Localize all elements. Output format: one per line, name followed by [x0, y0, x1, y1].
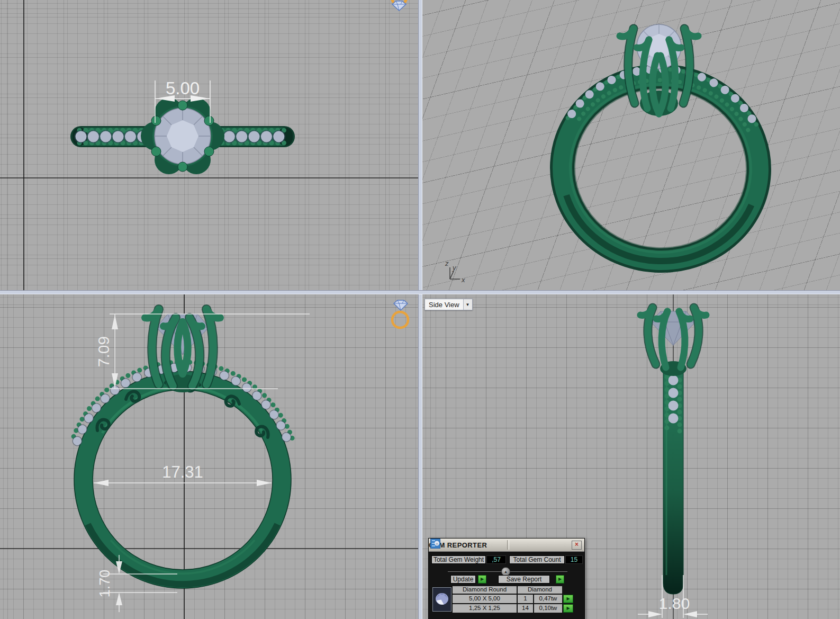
- total-count-label: Total Gem Count: [509, 555, 565, 564]
- ring-top-view-drawing: 5.00: [0, 0, 418, 290]
- viewport-side-view[interactable]: 1.80 Side View ▼ GEM REPORTER × Total Ge…: [422, 294, 840, 619]
- axis-x-label: x: [461, 276, 465, 284]
- center-gem-top: [155, 108, 211, 164]
- cad-jewelry-workspace: 5.00: [0, 0, 840, 619]
- dimension-1-70-label: 1.70: [97, 570, 113, 598]
- viewport-title-label: Side View: [425, 301, 463, 309]
- dimension-7-09-label: 7.09: [95, 336, 112, 367]
- row-weight: 0,47tw: [534, 595, 562, 603]
- dimension-17-31: 17.31: [94, 463, 272, 486]
- axis-y-label: y: [452, 264, 457, 272]
- gem-thumbnail: [432, 587, 451, 612]
- row-size: 1,25 X 1,25: [453, 604, 517, 613]
- update-button[interactable]: Update: [450, 575, 476, 584]
- total-weight-label: Total Gem Weight: [431, 555, 486, 564]
- row-size: 5,00 X 5,00: [453, 595, 517, 603]
- column-header-gem: Diamond: [518, 586, 562, 594]
- viewport-divider-horizontal[interactable]: [0, 290, 840, 294]
- crown-side: [640, 308, 706, 376]
- row-count: 14: [518, 604, 533, 613]
- ring-gem-gizmo-icon[interactable]: [383, 299, 417, 331]
- row-count: 1: [518, 595, 533, 603]
- row-play-icon[interactable]: ▶: [563, 595, 573, 603]
- titlebar-divider: [507, 540, 509, 550]
- close-icon[interactable]: ×: [572, 541, 582, 550]
- ring-gem-gizmo-icon[interactable]: [383, 0, 417, 15]
- ring-front-view-drawing: 7.09 17.31 1.70: [0, 294, 418, 619]
- dimension-5-label: 5.00: [166, 78, 200, 98]
- gem-reporter-titlebar[interactable]: GEM REPORTER ×: [429, 539, 584, 552]
- axis-z-label: z: [445, 259, 449, 267]
- dimension-17-31-label: 17.31: [162, 463, 203, 481]
- gem-table: Diamond Round Diamond 5,00 X 5,00 1 0,47…: [453, 586, 573, 613]
- gem-report-icon: [430, 539, 440, 549]
- total-weight-value: ,57: [486, 555, 506, 564]
- chevron-down-icon[interactable]: ▼: [463, 299, 472, 310]
- viewport-title-menu[interactable]: Side View ▼: [424, 299, 473, 310]
- viewport-divider-vertical[interactable]: [418, 0, 422, 619]
- viewport-front-view[interactable]: 7.09 17.31 1.70: [0, 294, 418, 619]
- viewport-perspective[interactable]: z y x: [422, 0, 840, 290]
- save-report-play-icon[interactable]: ▶: [556, 575, 564, 584]
- viewport-top-view[interactable]: 5.00: [0, 0, 418, 290]
- update-play-icon[interactable]: ▶: [478, 575, 486, 584]
- row-play-icon[interactable]: ▶: [563, 604, 573, 613]
- axis-indicator: z y x: [445, 259, 465, 284]
- dimension-1-80-label: 1.80: [659, 595, 690, 612]
- row-weight: 0,10tw: [534, 604, 562, 613]
- gem-reporter-panel[interactable]: GEM REPORTER × Total Gem Weight ,57 Tota…: [428, 538, 585, 619]
- total-count-value: 15: [565, 555, 583, 564]
- ring-perspective-drawing: z y x: [422, 0, 840, 290]
- column-header-type: Diamond Round: [453, 586, 517, 594]
- save-report-button[interactable]: Save Report: [498, 575, 550, 584]
